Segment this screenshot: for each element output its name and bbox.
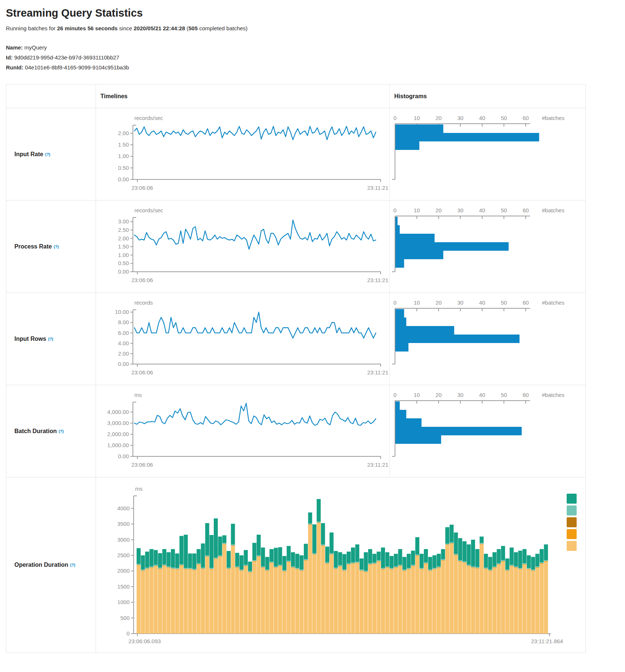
- svg-text:ms: ms: [135, 486, 142, 492]
- svg-text:50: 50: [501, 392, 507, 398]
- svg-text:0: 0: [394, 299, 396, 306]
- svg-text:#batches: #batches: [542, 207, 564, 213]
- svg-text:0.00: 0.00: [118, 176, 129, 182]
- svg-text:23:11:21: 23:11:21: [367, 369, 388, 376]
- svg-text:0.00: 0.00: [118, 361, 129, 367]
- page: Streaming Query Statistics Running batch…: [0, 7, 625, 653]
- operation-duration-legend: [567, 494, 577, 551]
- svg-text:3500: 3500: [117, 521, 130, 527]
- svg-text:23:11:21: 23:11:21: [367, 462, 388, 468]
- stats-table: Timelines Histograms Input Rate(?) recor…: [6, 84, 586, 653]
- svg-text:23:06:06: 23:06:06: [131, 185, 153, 191]
- svg-text:0: 0: [394, 392, 396, 398]
- svg-text:30: 30: [457, 392, 464, 398]
- legend-swatch-light-teal: [567, 505, 577, 515]
- query-id: 9d0dd219-995d-423e-b97d-36931110bb27: [14, 54, 120, 61]
- completed-batch-count: 505: [189, 25, 198, 31]
- input-rate-histogram-chart: 0102030405060#batches: [389, 108, 585, 200]
- svg-text:2.50: 2.50: [118, 227, 129, 233]
- svg-text:10: 10: [414, 207, 420, 213]
- svg-text:0.50: 0.50: [118, 260, 129, 266]
- svg-text:20: 20: [436, 392, 442, 398]
- svg-text:1.00: 1.00: [118, 153, 129, 159]
- svg-text:0: 0: [394, 115, 396, 121]
- svg-text:records/sec: records/sec: [134, 115, 163, 121]
- process-rate-histogram-chart: 0102030405060#batches: [389, 200, 585, 292]
- svg-text:4000: 4000: [117, 505, 130, 511]
- help-icon[interactable]: (?): [59, 429, 64, 433]
- svg-text:3000: 3000: [117, 536, 130, 543]
- batch-duration-histogram-svg: 0102030405060#batches: [390, 385, 585, 477]
- svg-text:10: 10: [414, 299, 420, 306]
- header-histograms: Histograms: [389, 85, 585, 108]
- svg-text:30: 30: [457, 207, 464, 213]
- header-timelines: Timelines: [96, 85, 389, 108]
- svg-text:23:06:06: 23:06:06: [131, 462, 153, 468]
- query-id-line: Id: 9d0dd219-995d-423e-b97d-36931110bb27: [6, 52, 619, 62]
- running-summary: Running batches for 26 minutes 56 second…: [6, 25, 619, 31]
- svg-text:records: records: [134, 299, 153, 306]
- svg-text:3.00: 3.00: [118, 218, 129, 224]
- svg-text:1.50: 1.50: [118, 141, 129, 148]
- query-name: myQuery: [24, 44, 47, 51]
- svg-text:records/sec: records/sec: [134, 207, 163, 213]
- svg-text:6.00: 6.00: [118, 330, 129, 336]
- help-icon[interactable]: (?): [48, 337, 53, 341]
- svg-text:40: 40: [479, 299, 485, 306]
- input-rows-timeline-svg: records10.008.006.004.002.000.0023:06:06…: [96, 293, 389, 385]
- row-label-input-rate: Input Rate(?): [6, 108, 96, 200]
- svg-text:50: 50: [501, 115, 507, 121]
- svg-text:ms: ms: [134, 392, 142, 398]
- svg-text:60: 60: [523, 392, 529, 398]
- svg-text:23:06:06: 23:06:06: [131, 277, 153, 283]
- process-rate-histogram-svg: 0102030405060#batches: [390, 200, 585, 292]
- query-meta: Name: myQuery Id: 9d0dd219-995d-423e-b97…: [6, 42, 619, 72]
- svg-text:23:06:06: 23:06:06: [131, 369, 153, 376]
- help-icon[interactable]: (?): [45, 152, 50, 157]
- help-icon[interactable]: (?): [70, 563, 75, 567]
- svg-text:1.50: 1.50: [118, 243, 129, 250]
- svg-text:20: 20: [436, 207, 442, 213]
- svg-text:23:11:21.864: 23:11:21.864: [531, 638, 563, 644]
- svg-text:40: 40: [479, 207, 485, 213]
- svg-text:30: 30: [457, 115, 464, 121]
- svg-text:500: 500: [120, 615, 130, 621]
- input-rate-timeline-chart: records/sec2.001.501.000.500.0023:06:062…: [96, 108, 389, 200]
- svg-text:23:06:06.093: 23:06:06.093: [128, 638, 161, 644]
- input-rate-timeline-svg: records/sec2.001.501.000.500.0023:06:062…: [96, 108, 389, 200]
- query-name-line: Name: myQuery: [6, 42, 619, 52]
- input-rows-timeline-chart: records10.008.006.004.002.000.0023:06:06…: [96, 292, 389, 385]
- svg-text:#batches: #batches: [542, 392, 564, 398]
- svg-text:#batches: #batches: [542, 115, 564, 121]
- svg-text:60: 60: [523, 299, 529, 306]
- svg-text:3,000.00: 3,000.00: [107, 420, 129, 426]
- help-icon[interactable]: (?): [54, 244, 59, 249]
- input-rate-histogram-svg: 0102030405060#batches: [390, 108, 585, 200]
- row-label-batch-duration: Batch Duration(?): [6, 385, 96, 477]
- row-label-operation-duration: Operation Duration(?): [6, 477, 96, 652]
- svg-text:60: 60: [523, 115, 529, 121]
- svg-text:23:11:21: 23:11:21: [367, 185, 388, 191]
- svg-text:2,000.00: 2,000.00: [107, 431, 129, 437]
- svg-text:20: 20: [436, 115, 442, 121]
- svg-text:0: 0: [127, 630, 130, 637]
- svg-text:10: 10: [414, 115, 420, 121]
- svg-text:1,000.00: 1,000.00: [107, 442, 129, 448]
- batch-duration-timeline-chart: ms4,000.003,000.002,000.001,000.000.0023…: [96, 385, 389, 477]
- svg-text:1500: 1500: [117, 583, 130, 590]
- svg-text:0.50: 0.50: [118, 165, 129, 171]
- svg-text:10: 10: [414, 392, 420, 398]
- legend-swatch-dark-orange: [567, 517, 577, 527]
- svg-text:50: 50: [501, 299, 507, 306]
- svg-text:8.00: 8.00: [118, 319, 129, 325]
- svg-text:0.00: 0.00: [118, 268, 129, 275]
- svg-text:2500: 2500: [117, 552, 130, 558]
- process-rate-timeline-svg: records/sec3.002.502.001.501.000.500.002…: [96, 200, 389, 292]
- svg-text:50: 50: [501, 207, 507, 213]
- svg-text:60: 60: [523, 207, 529, 213]
- query-runid-line: RunId: 04e101e6-8bf8-4165-9099-9104c951b…: [6, 62, 619, 72]
- svg-text:30: 30: [457, 299, 464, 306]
- operation-duration-chart: ms4000350030002500200015001000500023:06:…: [96, 477, 585, 652]
- legend-swatch-teal: [567, 494, 577, 504]
- svg-text:4.00: 4.00: [118, 340, 129, 346]
